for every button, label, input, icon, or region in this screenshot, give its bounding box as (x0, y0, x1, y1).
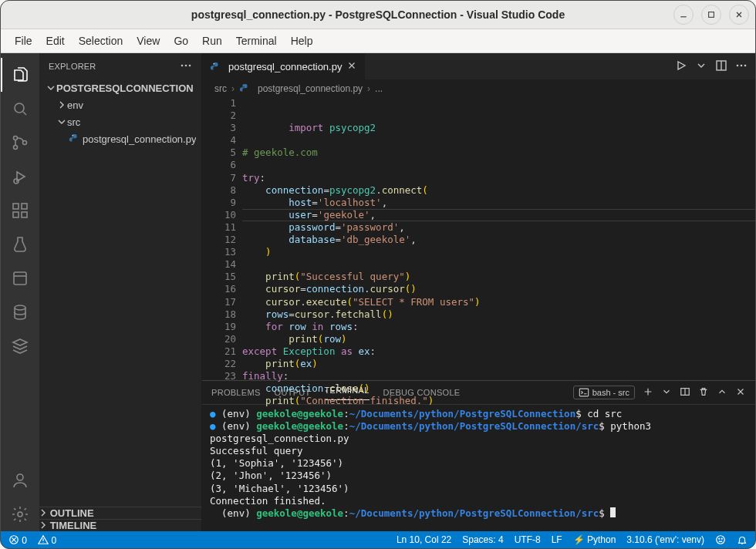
folder-env[interactable]: env (39, 96, 201, 113)
chevron-right-icon (39, 507, 47, 519)
tab-postgresql-connection[interactable]: postgresql_connection.py (202, 53, 366, 79)
status-language[interactable]: ⚡ Python (573, 534, 616, 545)
svg-rect-0 (680, 16, 687, 17)
chevron-right-icon: › (231, 83, 235, 94)
split-editor-icon[interactable] (715, 59, 727, 74)
minimize-button[interactable] (673, 5, 694, 25)
menubar: File Edit Selection View Go Run Terminal… (1, 29, 755, 53)
activity-settings-icon[interactable] (1, 497, 39, 531)
folder-root[interactable]: POSTGRESQLCONNECTION (39, 79, 201, 96)
svg-point-14 (18, 512, 22, 517)
status-language-label: Python (587, 534, 616, 545)
maximize-panel-icon[interactable] (717, 386, 727, 399)
line-number-gutter: 1 2 3 4 5 6 7 8 9 10 11 12 13 14 15 16 1… (202, 97, 242, 380)
status-feedback-icon[interactable] (715, 534, 726, 546)
kill-terminal-icon[interactable] (698, 386, 709, 399)
terminal-dropdown-icon[interactable] (661, 386, 672, 399)
breadcrumb-part[interactable]: src (214, 83, 227, 94)
close-panel-icon[interactable] (735, 386, 746, 399)
chevron-right-icon (39, 520, 47, 531)
svg-point-2 (15, 103, 24, 113)
menu-run[interactable]: Run (196, 32, 228, 50)
folder-root-label: POSTGRESQLCONNECTION (56, 83, 194, 94)
breadcrumb-part[interactable]: postgresql_connection.py (258, 83, 363, 94)
menu-help[interactable]: Help (285, 32, 319, 50)
timeline-section[interactable]: TIMELINE (39, 519, 201, 531)
activity-search-icon[interactable] (1, 92, 39, 126)
code-editor[interactable]: 1 2 3 4 5 6 7 8 9 10 11 12 13 14 15 16 1… (202, 97, 755, 380)
breadcrumbs[interactable]: src › postgresql_connection.py › ... (202, 80, 755, 97)
folder-src[interactable]: src (39, 113, 201, 130)
explorer-more-icon[interactable] (180, 59, 192, 73)
svg-point-28 (719, 538, 720, 539)
activity-debug-icon[interactable] (1, 160, 39, 194)
svg-point-4 (14, 146, 18, 150)
svg-rect-1 (709, 12, 714, 18)
status-encoding[interactable]: UTF-8 (515, 534, 541, 545)
activity-account-icon[interactable] (1, 463, 39, 497)
explorer-sidebar: EXPLORER POSTGRESQLCONNECTION env src (39, 53, 202, 531)
editor-tabbar: postgresql_connection.py (202, 53, 755, 80)
maximize-button[interactable] (701, 5, 721, 25)
breadcrumb-part[interactable]: ... (375, 83, 383, 94)
current-line-highlight (242, 209, 755, 221)
python-file-icon (239, 83, 250, 94)
activity-stack-icon[interactable] (1, 329, 39, 363)
tab-close-icon[interactable] (346, 60, 357, 73)
status-spaces[interactable]: Spaces: 4 (462, 534, 503, 545)
titlebar: postgresql_connection.py - PostgreSQLCon… (1, 1, 755, 29)
python-file-icon (69, 133, 79, 144)
activity-bar (1, 53, 39, 531)
code-content[interactable]: import psycopg2 # geekole.com try: conne… (242, 97, 755, 380)
menu-edit[interactable]: Edit (40, 32, 71, 50)
outline-section[interactable]: OUTLINE (39, 507, 201, 519)
svg-rect-11 (14, 272, 26, 285)
activity-extensions-icon[interactable] (1, 194, 39, 227)
activity-scm-icon[interactable] (1, 126, 39, 160)
menu-selection[interactable]: Selection (73, 32, 130, 50)
svg-rect-10 (22, 212, 27, 217)
split-terminal-icon[interactable] (680, 386, 690, 399)
svg-point-16 (185, 65, 187, 67)
terminal-icon (579, 387, 589, 398)
close-button[interactable] (729, 5, 749, 25)
status-warnings[interactable]: 0 (38, 534, 56, 546)
status-lncol[interactable]: Ln 10, Col 22 (397, 534, 451, 545)
folder-env-label: env (67, 99, 83, 111)
run-file-icon[interactable] (675, 59, 687, 74)
status-interpreter[interactable]: 3.10.6 ('env': venv) (626, 534, 704, 545)
svg-point-12 (15, 305, 25, 310)
terminal-shell-label: bash - src (592, 388, 629, 397)
svg-rect-7 (13, 204, 19, 209)
menu-go[interactable]: Go (167, 32, 194, 50)
menu-view[interactable]: View (130, 32, 166, 50)
new-terminal-icon[interactable] (643, 386, 653, 399)
activity-explorer-icon[interactable] (1, 58, 39, 92)
file-postgresql-connection[interactable]: postgresql_connection.py (39, 130, 201, 147)
file-postgresql-connection-label: postgresql_connection.py (83, 133, 196, 145)
terminal-shell-selector[interactable]: bash - src (573, 386, 635, 399)
svg-rect-9 (13, 212, 19, 217)
python-file-icon (210, 62, 221, 72)
run-dropdown-icon[interactable] (695, 59, 707, 74)
status-bell-icon[interactable] (737, 534, 748, 546)
editor-more-icon[interactable] (735, 59, 748, 74)
activity-database-icon[interactable] (1, 295, 39, 329)
status-eol[interactable]: LF (552, 534, 562, 545)
folder-src-label: src (67, 116, 80, 128)
activity-project-icon[interactable] (1, 261, 39, 295)
status-bar: 0 0 Ln 10, Col 22 Spaces: 4 UTF-8 LF ⚡ P… (1, 531, 755, 548)
svg-point-19 (214, 63, 214, 64)
timeline-label: TIMELINE (50, 520, 97, 531)
status-warning-count: 0 (51, 535, 56, 546)
chevron-right-icon (56, 101, 67, 109)
menu-terminal[interactable]: Terminal (230, 32, 283, 50)
explorer-tree: POSTGRESQLCONNECTION env src postgresql_… (39, 79, 201, 507)
terminal-output[interactable]: ● (env) geekole@geekole:~/Documents/pyth… (202, 405, 755, 531)
svg-point-18 (73, 135, 73, 136)
menu-file[interactable]: File (8, 32, 39, 50)
activity-testing-icon[interactable] (1, 227, 39, 261)
svg-point-15 (181, 65, 184, 67)
window-title: postgresql_connection.py - PostgreSQLCon… (191, 8, 565, 21)
status-errors[interactable]: 0 (8, 534, 27, 546)
